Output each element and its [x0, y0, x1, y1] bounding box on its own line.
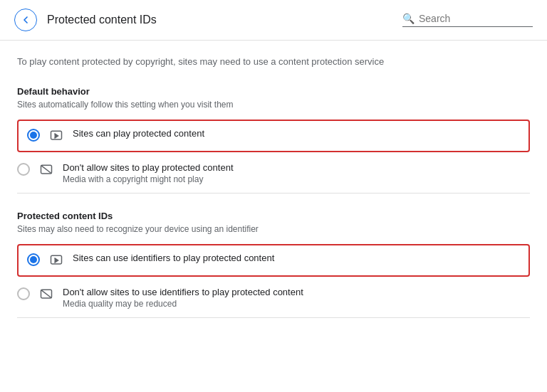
option-no-identifiers[interactable]: Don't allow sites to use identifiers to … — [17, 278, 530, 318]
svg-line-5 — [41, 290, 52, 298]
no-play-protected-sublabel: Media with a copyright might not play — [63, 174, 234, 184]
play-protected-label: Sites can play protected content — [73, 128, 204, 139]
use-identifiers-icon — [48, 253, 64, 268]
back-button[interactable] — [14, 9, 37, 31]
default-behavior-title: Default behavior — [17, 86, 530, 97]
radio-no-play-protected[interactable] — [17, 163, 30, 176]
radio-use-identifiers[interactable] — [27, 253, 40, 266]
play-protected-icon — [48, 128, 64, 144]
protected-content-ids-subtitle: Sites may also need to recognize your de… — [17, 224, 530, 234]
option-play-protected[interactable]: Sites can play protected content — [17, 120, 530, 152]
page-description: To play content protected by copyright, … — [17, 55, 530, 69]
protected-content-ids-section: Protected content IDs Sites may also nee… — [17, 211, 530, 318]
default-behavior-section: Default behavior Sites automatically fol… — [17, 86, 530, 194]
use-identifiers-label: Sites can use identifiers to play protec… — [73, 253, 274, 263]
option-no-play-protected[interactable]: Don't allow sites to play protected cont… — [17, 154, 530, 194]
no-identifiers-icon — [38, 287, 54, 302]
header: Protected content IDs 🔍 — [0, 0, 547, 41]
no-play-protected-icon — [38, 162, 54, 178]
option-use-identifiers[interactable]: Sites can use identifiers to play protec… — [17, 244, 530, 277]
protected-content-ids-title: Protected content IDs — [17, 211, 530, 221]
no-identifiers-sublabel: Media quality may be reduced — [63, 299, 303, 309]
search-icon: 🔍 — [402, 13, 415, 24]
radio-play-protected[interactable] — [27, 129, 40, 142]
content: To play content protected by copyright, … — [0, 41, 547, 349]
default-behavior-subtitle: Sites automatically follow this setting … — [17, 100, 530, 110]
svg-line-2 — [41, 165, 52, 174]
no-play-protected-label: Don't allow sites to play protected cont… — [63, 162, 234, 173]
search-input[interactable] — [419, 13, 533, 24]
search-area: 🔍 — [402, 13, 533, 27]
radio-no-identifiers[interactable] — [17, 287, 30, 300]
page-title: Protected content IDs — [47, 14, 392, 26]
no-identifiers-label: Don't allow sites to use identifiers to … — [63, 287, 303, 297]
